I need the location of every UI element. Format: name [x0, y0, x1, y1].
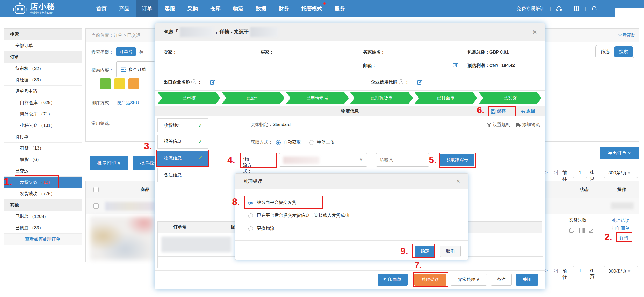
- fetch-auto-label[interactable]: 自动获取: [283, 140, 301, 145]
- search-content-select[interactable]: 多个订单: [116, 61, 155, 77]
- search-type-label: 搜索类型：: [91, 49, 113, 55]
- search-button[interactable]: 搜索: [614, 46, 633, 57]
- print-label-button[interactable]: 打印面单: [378, 274, 408, 286]
- save-button[interactable]: 保存: [491, 108, 506, 114]
- sort-value[interactable]: 按产品SKU: [117, 100, 139, 106]
- sidebar-item-pending-process[interactable]: 待处理 （83）: [4, 74, 82, 86]
- sidebar-item-ship-success[interactable]: 发货成功 （776）: [4, 188, 82, 199]
- nav-item-managed-mode[interactable]: 托管模式: [295, 0, 328, 17]
- nav-item-warehouse[interactable]: 仓库: [204, 0, 227, 17]
- confirm-check-icon[interactable]: [588, 228, 594, 233]
- fetch-manual-label[interactable]: 手动上传: [317, 140, 335, 145]
- per-page-select[interactable]: 300条/页 ▾: [604, 266, 638, 276]
- export-orders-button[interactable]: 导出订单 ∨: [600, 147, 639, 159]
- abnormal-handle-button[interactable]: 异常处理 ∧: [451, 274, 487, 286]
- book-icon[interactable]: [574, 5, 580, 12]
- cancel-button[interactable]: 取消: [440, 246, 461, 257]
- radio-change-logistics[interactable]: [248, 226, 253, 231]
- fetch-auto-radio[interactable]: [276, 140, 281, 145]
- nav-item-finance[interactable]: 财务: [272, 0, 295, 17]
- nav-item-orders[interactable]: 订单: [136, 0, 158, 17]
- tracking-number-input[interactable]: [376, 153, 429, 167]
- nav-item-products[interactable]: 产品: [113, 0, 136, 17]
- color-swatch-green[interactable]: [100, 78, 111, 89]
- nav-item-purchase[interactable]: 采购: [181, 0, 204, 17]
- color-swatch-orange[interactable]: [128, 78, 139, 89]
- copy-icon[interactable]: [569, 227, 575, 233]
- sidebar-link-how-to-handle[interactable]: 查看如何处理订单: [4, 234, 82, 245]
- app-logo[interactable]: 店小秘 免费跨境电商ERP: [12, 2, 55, 15]
- option-change-logistics[interactable]: 更换物流: [248, 225, 274, 231]
- notification-dot: [323, 2, 326, 5]
- modal-close-icon[interactable]: ×: [533, 28, 537, 36]
- email-label: 邮箱：: [363, 63, 376, 69]
- logistics-method-select[interactable]: ∨: [279, 153, 367, 167]
- row-checkbox[interactable]: [93, 203, 99, 209]
- handle-error-button[interactable]: 处理错误: [414, 274, 446, 286]
- help-icon[interactable]: ?: [399, 79, 403, 84]
- back-button[interactable]: 返回: [520, 108, 535, 114]
- last-page-icon[interactable]: >|: [554, 170, 558, 175]
- sidebar-item-own-warehouse[interactable]: 自营仓库 （628）: [4, 97, 82, 108]
- next-page-icon[interactable]: >: [545, 268, 548, 273]
- nav-item-home[interactable]: 首页: [90, 0, 113, 17]
- dialog-close-icon[interactable]: ×: [456, 178, 460, 184]
- tab-shipping-address[interactable]: 收货地址✓: [157, 118, 208, 132]
- annotation-num-9: 9.: [400, 246, 408, 257]
- filter-button[interactable]: 筛选: [601, 49, 610, 55]
- add-logistics-link[interactable]: 添加物流: [515, 122, 540, 128]
- per-page-select[interactable]: 300条/页 ▾: [604, 168, 638, 178]
- account-dropdown[interactable]: [615, 8, 644, 21]
- sidebar-item-to-print[interactable]: 待打单: [4, 131, 82, 143]
- close-button[interactable]: 关闭: [516, 274, 538, 286]
- sidebar-item-waybill-apply[interactable]: 运单号申请: [4, 86, 82, 97]
- note-button[interactable]: 备注: [491, 274, 512, 286]
- sidebar-item-on-hold[interactable]: 已搁置 （33）: [4, 222, 82, 234]
- barcode-icon[interactable]: [578, 227, 585, 233]
- nav-item-logistics[interactable]: 物流: [227, 0, 250, 17]
- sidebar-item-out-of-stock[interactable]: 缺货 （6）: [4, 154, 82, 165]
- select-all-checkbox[interactable]: [93, 187, 99, 192]
- option-continue-submit[interactable]: 继续向平台提交发货: [248, 199, 296, 205]
- sidebar-item-shipped[interactable]: 已交运: [4, 165, 82, 177]
- sidebar-item-refunded[interactable]: 已退款 （1208）: [4, 211, 82, 222]
- tab-logistics-info[interactable]: 物流信息✓: [157, 151, 208, 166]
- bell-icon[interactable]: [591, 5, 597, 12]
- headset-icon[interactable]: [556, 5, 562, 12]
- get-tracking-button[interactable]: 获取跟踪号: [440, 154, 474, 166]
- radio-already-submitted[interactable]: [248, 213, 253, 218]
- tab-customs-info[interactable]: 报关信息✓: [157, 135, 208, 148]
- search-type-chip-package[interactable]: 包: [139, 49, 143, 55]
- fetch-manual-radio[interactable]: [309, 140, 314, 145]
- edit-email-icon[interactable]: [453, 62, 458, 68]
- sidebar-item-all-orders[interactable]: 全部订单: [4, 40, 82, 51]
- action-detail[interactable]: 详情: [620, 235, 628, 241]
- sidebar-item-ship-failed[interactable]: 发货失败 （12）: [4, 177, 82, 188]
- sidebar-item-pending-review[interactable]: 待审核 （32）: [4, 63, 82, 74]
- sidebar-item-overseas-warehouse[interactable]: 海外仓库 （71）: [4, 108, 82, 120]
- radio-continue-submit[interactable]: [248, 201, 253, 205]
- set-rules-link[interactable]: 设置规则: [487, 122, 510, 128]
- option-already-submitted[interactable]: 已在平台后台提交发货信息，直接移入发货成功: [248, 212, 349, 218]
- next-page-icon[interactable]: >: [545, 170, 548, 175]
- help-icon[interactable]: ?: [191, 79, 196, 84]
- batch-print-button[interactable]: 批量打印 ∨: [90, 156, 128, 170]
- page-input[interactable]: [573, 168, 587, 178]
- search-type-chip-order-no[interactable]: 订单号: [116, 47, 136, 56]
- sidebar-item-cloud-warehouse[interactable]: 小秘云仓 （131）: [4, 120, 82, 131]
- action-handle-error[interactable]: 处理错误: [612, 218, 629, 224]
- color-swatch-yellow[interactable]: [114, 78, 125, 89]
- edit-credit-icon[interactable]: [417, 79, 423, 85]
- nav-item-services[interactable]: 服务: [328, 0, 351, 17]
- sidebar-item-in-stock[interactable]: 有货 （13）: [4, 143, 82, 154]
- last-page-icon[interactable]: >|: [554, 268, 558, 273]
- nav-item-service[interactable]: 客服: [158, 0, 181, 17]
- action-print-label[interactable]: 打印面单: [612, 225, 629, 231]
- tab-remark-info[interactable]: 备注信息: [157, 168, 208, 182]
- edit-company-icon[interactable]: [210, 79, 215, 85]
- nav-item-data[interactable]: 数据: [250, 0, 272, 17]
- view-help-link[interactable]: 查看帮助: [618, 32, 635, 38]
- training-link[interactable]: 免费专属培训: [517, 5, 545, 12]
- page-input[interactable]: [573, 266, 587, 276]
- confirm-button[interactable]: 确定: [415, 246, 435, 257]
